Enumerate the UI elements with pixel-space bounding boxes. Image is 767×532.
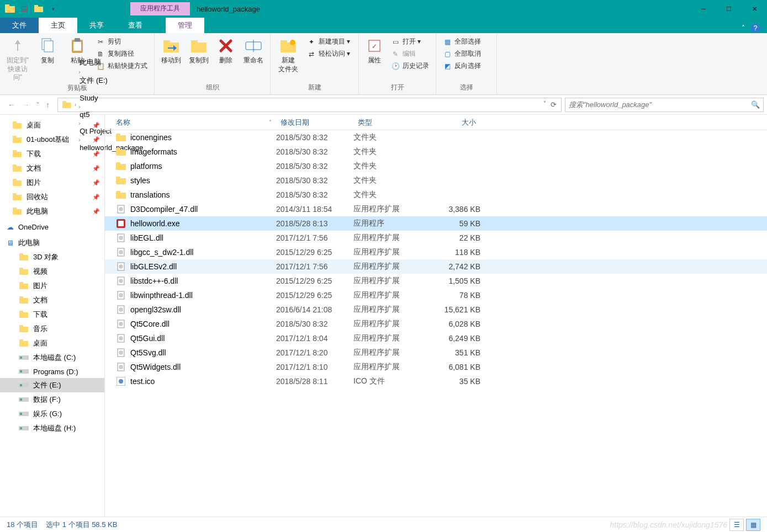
- file-row[interactable]: Qt5Widgets.dll2017/12/1 8:10应用程序扩展6,081 …: [105, 360, 767, 374]
- address-bar[interactable]: › 此电脑›文件 (E:)›Study›qt5›Qt Project›hello…: [57, 98, 562, 112]
- file-row[interactable]: Qt5Core.dll2018/5/30 8:32应用程序扩展6,028 KB: [105, 317, 767, 331]
- file-row[interactable]: libstdc++-6.dll2015/12/29 6:25应用程序扩展1,50…: [105, 274, 767, 288]
- new-item-button[interactable]: ✦新建项目 ▾: [305, 36, 352, 47]
- breadcrumb-segment[interactable]: Study: [77, 94, 145, 102]
- pin-icon: 📌: [92, 165, 100, 172]
- nav-quick-item[interactable]: 下载📌: [0, 147, 104, 161]
- collapse-ribbon-icon[interactable]: ˄: [742, 24, 745, 32]
- file-row[interactable]: D3Dcompiler_47.dll2014/3/11 18:54应用程序扩展3…: [105, 202, 767, 216]
- nav-thispc-item[interactable]: Programs (D:): [0, 365, 104, 378]
- edit-button[interactable]: ✎编辑: [389, 49, 431, 59]
- copy-to-button[interactable]: 复制到: [187, 35, 211, 65]
- file-row[interactable]: iconengines2018/5/30 8:32文件夹: [105, 130, 767, 145]
- file-row[interactable]: opengl32sw.dll2016/6/14 21:08应用程序扩展15,62…: [105, 302, 767, 317]
- pin-quickaccess-button[interactable]: 固定到" 快速访问": [4, 35, 31, 82]
- file-row[interactable]: translations2018/5/30 8:32文件夹: [105, 188, 767, 202]
- up-button[interactable]: ↑: [46, 100, 50, 109]
- file-row[interactable]: platforms2018/5/30 8:32文件夹: [105, 159, 767, 173]
- copy-button[interactable]: 复制: [34, 35, 61, 65]
- history-button[interactable]: 🕑历史记录: [389, 61, 431, 71]
- search-input[interactable]: [569, 100, 751, 109]
- open-button[interactable]: ▭打开 ▾: [389, 36, 431, 47]
- nav-thispc-item[interactable]: 图片: [0, 279, 104, 293]
- nav-quick-item[interactable]: 文档📌: [0, 161, 104, 175]
- search-box[interactable]: 🔍: [565, 98, 764, 112]
- view-details-button[interactable]: ☰: [729, 519, 744, 531]
- recent-dropdown[interactable]: ˅: [36, 102, 39, 108]
- file-row[interactable]: libGLESv2.dll2017/12/1 7:56应用程序扩展2,742 K…: [105, 259, 767, 274]
- history-icon: 🕑: [391, 62, 400, 71]
- tab-view[interactable]: 查看: [116, 18, 155, 33]
- file-row[interactable]: libgcc_s_dw2-1.dll2015/12/29 6:25应用程序扩展1…: [105, 245, 767, 259]
- maximize-button[interactable]: ☐: [716, 0, 742, 18]
- onedrive-node[interactable]: ☁OneDrive: [0, 219, 104, 233]
- file-row[interactable]: imageformats2018/5/30 8:32文件夹: [105, 145, 767, 159]
- nav-quick-item[interactable]: 此电脑📌: [0, 204, 104, 219]
- nav-thispc-item[interactable]: 桌面: [0, 336, 104, 350]
- nav-thispc-item[interactable]: 文档: [0, 293, 104, 307]
- select-none-button[interactable]: ▢全部取消: [441, 49, 483, 59]
- nav-thispc-item[interactable]: 视频: [0, 264, 104, 279]
- minimize-button[interactable]: ─: [691, 0, 716, 18]
- file-row[interactable]: Qt5Gui.dll2017/12/1 8:04应用程序扩展6,249 KB: [105, 331, 767, 345]
- file-row[interactable]: libEGL.dll2017/12/1 7:56应用程序扩展22 KB: [105, 231, 767, 245]
- properties-button[interactable]: ✓ 属性: [363, 35, 385, 65]
- new-folder-button[interactable]: 新建 文件夹: [275, 35, 301, 73]
- nav-thispc-item[interactable]: 文件 (E:): [0, 378, 104, 392]
- forward-button[interactable]: →: [22, 100, 30, 109]
- nav-thispc-item[interactable]: 本地磁盘 (H:): [0, 421, 104, 435]
- tab-home[interactable]: 主页: [39, 18, 77, 33]
- breadcrumb-root-icon[interactable]: [60, 101, 73, 109]
- qat-dropdown-icon[interactable]: ▾: [47, 3, 59, 14]
- breadcrumb-segment[interactable]: 此电脑: [77, 57, 145, 67]
- back-button[interactable]: ←: [8, 100, 15, 109]
- nav-thispc-item[interactable]: 数据 (F:): [0, 392, 104, 407]
- select-all-button[interactable]: ▦全部选择: [441, 36, 483, 47]
- file-row[interactable]: styles2018/5/30 8:32文件夹: [105, 173, 767, 188]
- file-row[interactable]: helloworld.exe2018/5/28 8:13应用程序59 KB: [105, 216, 767, 231]
- file-row[interactable]: libwinpthread-1.dll2015/12/29 6:25应用程序扩展…: [105, 288, 767, 302]
- help-icon[interactable]: ?: [750, 23, 760, 33]
- col-date[interactable]: 修改日期: [276, 118, 353, 127]
- nav-quick-item[interactable]: 01-uboot基础📌: [0, 132, 104, 147]
- refresh-button[interactable]: ⟳: [551, 100, 557, 109]
- address-dropdown-icon[interactable]: ˅: [543, 100, 546, 109]
- nav-thispc-item[interactable]: 下载: [0, 307, 104, 322]
- svg-rect-25: [13, 136, 17, 139]
- file-name: libEGL.dll: [130, 233, 163, 242]
- cloud-icon: ☁: [7, 223, 14, 231]
- nav-thispc-item[interactable]: 3D 对象: [0, 250, 104, 264]
- tab-manage[interactable]: 管理: [166, 18, 204, 33]
- nav-thispc-item[interactable]: 娱乐 (G:): [0, 407, 104, 421]
- file-row[interactable]: Qt5Svg.dll2017/12/1 8:20应用程序扩展351 KB: [105, 345, 767, 360]
- rename-button[interactable]: 重命名: [241, 35, 266, 65]
- view-large-button[interactable]: ▦: [746, 519, 760, 531]
- delete-button[interactable]: 删除: [214, 35, 239, 65]
- navigation-pane[interactable]: 桌面📌01-uboot基础📌下载📌文档📌图片📌回收站📌此电脑📌 ☁OneDriv…: [0, 115, 105, 517]
- close-button[interactable]: ✕: [742, 0, 767, 18]
- nav-thispc-item[interactable]: 本地磁盘 (C:): [0, 350, 104, 365]
- col-type[interactable]: 类型: [353, 118, 431, 127]
- breadcrumb-segment[interactable]: 文件 (E:): [77, 76, 145, 86]
- file-date: 2017/12/1 8:20: [276, 348, 353, 357]
- col-size[interactable]: 大小: [431, 118, 480, 127]
- tab-file[interactable]: 文件: [0, 18, 39, 33]
- cut-button[interactable]: ✂剪切: [94, 36, 150, 47]
- tab-share[interactable]: 共享: [77, 18, 116, 33]
- thispc-node[interactable]: 🖥此电脑: [0, 233, 104, 250]
- file-list[interactable]: iconengines2018/5/30 8:32文件夹imageformats…: [105, 130, 767, 517]
- easy-access-button[interactable]: ⇄轻松访问 ▾: [305, 49, 352, 59]
- new-item-icon: ✦: [307, 38, 316, 46]
- nav-quick-item[interactable]: 桌面📌: [0, 118, 104, 132]
- file-row[interactable]: test.ico2018/5/28 8:11ICO 文件35 KB: [105, 374, 767, 389]
- nav-quick-item[interactable]: 回收站📌: [0, 190, 104, 204]
- invert-selection-button[interactable]: ◩反向选择: [441, 61, 483, 71]
- col-name[interactable]: 名称˄: [105, 118, 276, 127]
- nav-quick-item[interactable]: 图片📌: [0, 175, 104, 190]
- move-to-button[interactable]: 移动到: [159, 35, 183, 65]
- nav-thispc-item[interactable]: 音乐: [0, 322, 104, 336]
- qat-folder-icon[interactable]: [33, 3, 44, 14]
- search-icon[interactable]: 🔍: [751, 100, 760, 109]
- svg-rect-5: [44, 41, 53, 52]
- qat-checkbox-icon[interactable]: ☑: [19, 3, 30, 14]
